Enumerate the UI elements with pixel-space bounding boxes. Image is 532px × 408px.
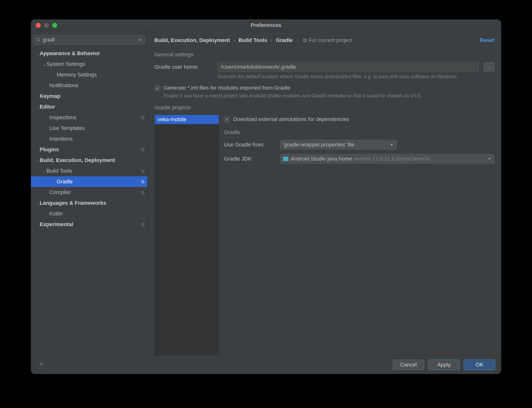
sidebar-item-live-templates[interactable]: Live Templates — [31, 123, 147, 134]
window-title: Preferences — [31, 22, 501, 28]
section-gradle: Gradle — [224, 129, 494, 136]
sidebar-item-appearance[interactable]: ⌄Appearance & Behavior — [31, 48, 147, 59]
sidebar-item-build-tools[interactable]: ⌄Build Tools — [31, 166, 147, 176]
gradle-home-hint: Override the default location where Grad… — [218, 73, 494, 80]
sidebar-item-experimental[interactable]: ⌄Experimental — [31, 219, 147, 230]
download-annotations-checkbox[interactable] — [224, 117, 230, 122]
chevron-right-icon: › — [271, 37, 272, 43]
gradle-jdk-label: Gradle JDK: — [224, 156, 275, 162]
use-gradle-from-label: Use Gradle from: — [224, 142, 275, 148]
sidebar-item-inspections[interactable]: Inspections — [31, 112, 147, 123]
dialog-footer: ? Cancel Apply OK — [31, 355, 501, 374]
gradle-jdk-select[interactable]: Android Studio java home version 11.0.11… — [280, 154, 494, 164]
copy-icon[interactable] — [141, 190, 144, 195]
section-projects: Gradle projects — [154, 104, 494, 111]
ok-button[interactable]: OK — [464, 359, 495, 370]
project-item[interactable]: veka-mobile — [155, 115, 219, 124]
generate-iml-label[interactable]: Generate *.iml files for modules importe… — [164, 85, 290, 91]
gradle-home-input[interactable] — [218, 62, 479, 72]
main-panel: Build, Execution, Deployment › Build Too… — [148, 31, 501, 355]
sidebar-item-plugins[interactable]: ⌄Plugins — [31, 144, 147, 155]
sidebar-item-gradle[interactable]: Gradle — [31, 176, 147, 187]
cancel-button[interactable]: Cancel — [393, 359, 424, 370]
sidebar-item-languages[interactable]: ⌄Languages & Frameworks — [31, 198, 147, 208]
breadcrumb: Build, Execution, Deployment › Build Too… — [154, 34, 494, 46]
preferences-window: Preferences ✕ ⌄Appearance & Behavior ⌄Sy… — [31, 19, 501, 374]
gradle-home-label: Gradle user home: — [154, 64, 213, 70]
jdk-icon — [283, 157, 288, 161]
generate-iml-checkbox[interactable] — [154, 85, 160, 91]
reset-link[interactable]: Reset — [480, 37, 494, 43]
copy-icon[interactable] — [141, 147, 144, 152]
generate-iml-hint: Enable if you have a mixed project with … — [164, 93, 494, 99]
project-settings: Download external annotations for depend… — [224, 115, 494, 355]
search-input[interactable] — [43, 37, 136, 43]
apply-button[interactable]: Apply — [428, 359, 460, 370]
settings-tree[interactable]: ⌄Appearance & Behavior ⌄System Settings … — [31, 47, 147, 355]
crumb-build-tools[interactable]: Build Tools — [239, 37, 267, 43]
titlebar[interactable]: Preferences — [31, 19, 501, 31]
use-gradle-from-select[interactable]: 'gradle-wrapper.properties' file — [280, 140, 397, 150]
help-button[interactable]: ? — [37, 360, 45, 369]
clear-search-icon[interactable]: ✕ — [138, 37, 142, 43]
search-input-wrap[interactable]: ✕ — [33, 35, 145, 45]
copy-icon[interactable] — [141, 115, 144, 120]
section-general: General settings — [154, 51, 494, 58]
copy-icon[interactable] — [141, 222, 144, 227]
sidebar-item-build[interactable]: ⌄Build, Execution, Deployment — [31, 155, 147, 166]
project-scope-icon — [303, 37, 307, 43]
sidebar-item-compiler[interactable]: Compiler — [31, 187, 147, 198]
sidebar-item-notifications[interactable]: Notifications — [31, 80, 147, 91]
svg-point-0 — [37, 38, 39, 41]
sidebar: ✕ ⌄Appearance & Behavior ⌄System Setting… — [31, 31, 148, 355]
copy-icon[interactable] — [141, 179, 144, 184]
crumb-gradle: Gradle — [276, 37, 293, 43]
sidebar-item-keymap[interactable]: ⌄Keymap — [31, 91, 147, 102]
sidebar-item-kotlin[interactable]: Kotlin — [31, 208, 147, 219]
scope-label: For current project — [303, 37, 353, 43]
search-icon — [36, 37, 41, 42]
crumb-build[interactable]: Build, Execution, Deployment — [154, 37, 230, 43]
window-body: ✕ ⌄Appearance & Behavior ⌄System Setting… — [31, 31, 501, 355]
copy-icon[interactable] — [141, 169, 144, 174]
sidebar-item-memory[interactable]: Memory Settings — [31, 69, 147, 80]
chevron-right-icon: › — [233, 37, 235, 43]
sidebar-item-intentions[interactable]: Intentions — [31, 134, 147, 144]
browse-button[interactable]: … — [484, 62, 494, 72]
svg-line-1 — [39, 41, 40, 42]
sidebar-item-system-settings[interactable]: ⌄System Settings — [31, 59, 147, 69]
gradle-projects-list[interactable]: veka-mobile — [154, 115, 219, 355]
sidebar-item-editor[interactable]: ⌄Editor — [31, 102, 147, 112]
download-annotations-label[interactable]: Download external annotations for depend… — [233, 116, 349, 122]
